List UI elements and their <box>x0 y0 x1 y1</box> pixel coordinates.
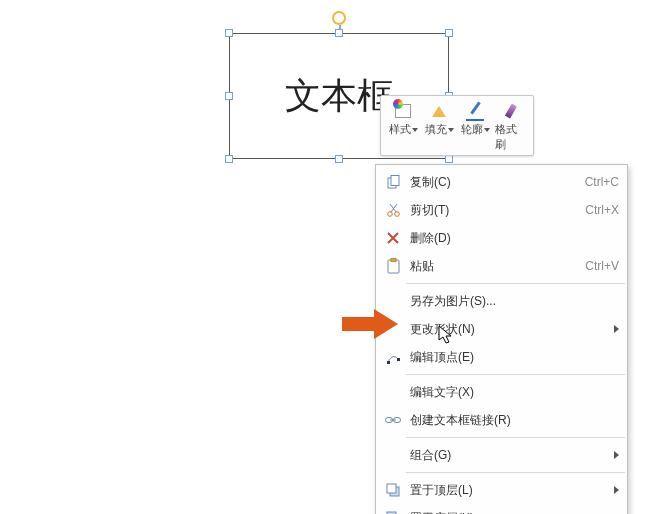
dropdown-icon <box>412 128 418 132</box>
menu-label: 编辑顶点(E) <box>404 349 619 366</box>
submenu-icon <box>614 486 619 494</box>
submenu-icon <box>614 325 619 333</box>
svg-rect-6 <box>387 361 390 364</box>
svg-rect-7 <box>397 358 400 361</box>
dropdown-icon <box>484 128 490 132</box>
submenu-icon <box>614 451 619 459</box>
menu-label: 编辑文字(X) <box>404 384 619 401</box>
scissors-icon <box>382 203 404 218</box>
svg-rect-1 <box>391 175 399 185</box>
resize-handle[interactable] <box>225 155 233 163</box>
menu-paste[interactable]: 粘贴 Ctrl+V <box>376 252 627 280</box>
svg-rect-12 <box>387 484 396 493</box>
fill-label: 填充 <box>425 122 447 137</box>
pen-icon <box>470 101 480 114</box>
clipboard-icon <box>382 258 404 274</box>
resize-handle[interactable] <box>445 155 453 163</box>
menu-label: 删除(D) <box>404 230 619 247</box>
callout-arrow-icon <box>342 309 398 339</box>
rotate-handle-icon[interactable] <box>332 11 346 25</box>
dropdown-icon <box>448 128 454 132</box>
resize-handle[interactable] <box>225 29 233 37</box>
menu-edit-points[interactable]: 编辑顶点(E) <box>376 343 627 371</box>
menu-label: 置于顶层(L) <box>404 482 614 499</box>
copy-icon <box>382 175 404 190</box>
menu-send-to-back[interactable]: 置于底层(K) <box>376 504 627 514</box>
menu-label: 更改形状(N) <box>404 321 614 338</box>
menu-create-textbox-link[interactable]: 创建文本框链接(R) <box>376 406 627 434</box>
svg-rect-5 <box>391 259 396 262</box>
menu-separator <box>406 437 625 438</box>
menu-shortcut: Ctrl+C <box>585 175 619 189</box>
outline-label: 轮廓 <box>461 122 483 137</box>
menu-label: 复制(C) <box>404 174 585 191</box>
menu-label: 组合(G) <box>404 447 614 464</box>
textbox-content: 文本框 <box>285 72 393 121</box>
menu-label: 另存为图片(S)... <box>404 293 619 310</box>
style-label: 样式 <box>389 122 411 137</box>
send-back-icon <box>382 511 404 515</box>
menu-group[interactable]: 组合(G) <box>376 441 627 469</box>
menu-label: 剪切(T) <box>404 202 585 219</box>
menu-separator <box>406 283 625 284</box>
menu-save-as-picture[interactable]: 另存为图片(S)... <box>376 287 627 315</box>
menu-label: 置于底层(K) <box>404 510 614 515</box>
menu-separator <box>406 472 625 473</box>
style-button[interactable]: 样式 <box>385 99 421 153</box>
resize-handle[interactable] <box>335 29 343 37</box>
format-painter-button[interactable]: 格式刷 <box>493 99 529 153</box>
format-painter-label: 格式刷 <box>495 122 527 152</box>
menu-change-shape[interactable]: 更改形状(N) <box>376 315 627 343</box>
menu-edit-text[interactable]: 编辑文字(X) <box>376 378 627 406</box>
context-menu: 复制(C) Ctrl+C 剪切(T) Ctrl+X 删除(D) 粘贴 Ctrl+… <box>375 164 628 514</box>
svg-point-3 <box>394 211 399 216</box>
menu-bring-to-front[interactable]: 置于顶层(L) <box>376 476 627 504</box>
svg-point-2 <box>387 211 392 216</box>
fill-button[interactable]: 填充 <box>421 99 457 153</box>
bring-front-icon <box>382 483 404 498</box>
menu-shortcut: Ctrl+V <box>585 259 619 273</box>
menu-copy[interactable]: 复制(C) Ctrl+C <box>376 168 627 196</box>
style-icon <box>395 104 411 118</box>
delete-icon <box>382 231 404 245</box>
resize-handle[interactable] <box>445 29 453 37</box>
mini-toolbar: 样式 填充 轮廓 格式刷 <box>380 95 534 156</box>
brush-icon <box>505 103 517 118</box>
menu-label: 粘贴 <box>404 258 585 275</box>
edit-points-icon <box>382 350 404 365</box>
menu-cut[interactable]: 剪切(T) Ctrl+X <box>376 196 627 224</box>
bucket-icon <box>432 106 446 117</box>
link-icon <box>382 415 404 425</box>
underline-icon <box>466 119 484 121</box>
menu-shortcut: Ctrl+X <box>585 203 619 217</box>
menu-separator <box>406 374 625 375</box>
outline-button[interactable]: 轮廓 <box>457 99 493 153</box>
resize-handle[interactable] <box>335 155 343 163</box>
svg-marker-15 <box>342 309 398 339</box>
menu-delete[interactable]: 删除(D) <box>376 224 627 252</box>
resize-handle[interactable] <box>225 92 233 100</box>
menu-label: 创建文本框链接(R) <box>404 412 619 429</box>
